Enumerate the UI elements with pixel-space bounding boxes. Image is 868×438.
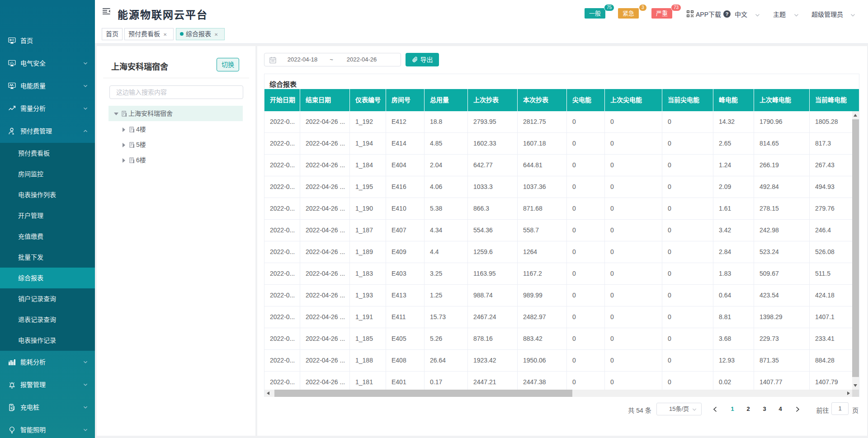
svg-text:?: ? [726,11,729,17]
